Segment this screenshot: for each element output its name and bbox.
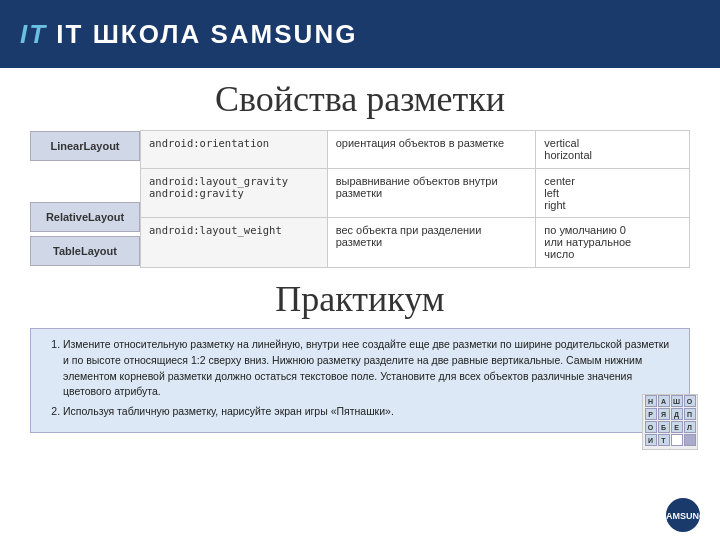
practice-item-1: Измените относительную разметку на линей… <box>63 337 675 400</box>
sidebar-item-tablelayout[interactable]: TableLayout <box>30 236 140 266</box>
properties-table: android:orientation ориентация объектов … <box>140 130 690 268</box>
main-content: Свойства разметки LinearLayout RelativeL… <box>0 68 720 540</box>
puzzle-grid: Н А Ш О Р Я Д П О Б Е Л И Т <box>645 395 696 446</box>
puzzle-cell: О <box>645 421 657 433</box>
practice-list: Измените относительную разметку на линей… <box>45 337 675 420</box>
samsung-logo-icon: SAMSUNG <box>666 498 700 532</box>
values-gravity: centerleftright <box>536 168 690 218</box>
table-row: android:layout_gravityandroid:gravity вы… <box>141 168 690 218</box>
header: IT IT ШКОЛА SAMSUNG <box>0 0 720 68</box>
puzzle-cell: О <box>684 395 696 407</box>
puzzle-cell: А <box>658 395 670 407</box>
figure-icon <box>660 448 680 449</box>
svg-text:SAMSUNG: SAMSUNG <box>666 511 700 521</box>
brand-text: IT ШКОЛА SAMSUNG <box>56 19 357 49</box>
desc-orientation: ориентация объектов в разметке <box>327 131 536 169</box>
content-layout: LinearLayout RelativeLayout TableLayout … <box>30 130 690 268</box>
puzzle-cell <box>671 434 683 446</box>
table-row: android:layout_weight вес объекта при ра… <box>141 218 690 268</box>
brand-it: IT <box>20 19 47 49</box>
samsung-logo: SAMSUNG <box>666 498 700 532</box>
puzzle-icon: Н А Ш О Р Я Д П О Б Е Л И Т <box>642 394 698 450</box>
page-title: Свойства разметки <box>30 78 690 120</box>
puzzle-cell: Л <box>684 421 696 433</box>
attr-gravity: android:layout_gravityandroid:gravity <box>141 168 328 218</box>
puzzle-cell: И <box>645 434 657 446</box>
puzzle-cell: Р <box>645 408 657 420</box>
values-orientation: verticalhorizontal <box>536 131 690 169</box>
puzzle-cell: Т <box>658 434 670 446</box>
desc-gravity: выравнивание объектов внутри разметки <box>327 168 536 218</box>
sidebar-item-relativelayout[interactable]: RelativeLayout <box>30 202 140 232</box>
values-weight: по умолчанию 0или натуральноечисло <box>536 218 690 268</box>
puzzle-cell <box>684 434 696 446</box>
puzzle-cell: Н <box>645 395 657 407</box>
section2-title: Практикум <box>30 278 690 320</box>
brand-title: IT IT ШКОЛА SAMSUNG <box>20 19 357 50</box>
puzzle-cell: Е <box>671 421 683 433</box>
practice-item-2: Используя табличную разметку, нарисуйте … <box>63 404 675 420</box>
layout-sidebar: LinearLayout RelativeLayout TableLayout <box>30 130 140 268</box>
desc-weight: вес объекта при разделении разметки <box>327 218 536 268</box>
puzzle-cell: Ш <box>671 395 683 407</box>
table-row: android:orientation ориентация объектов … <box>141 131 690 169</box>
puzzle-cell: Б <box>658 421 670 433</box>
practice-area: Измените относительную разметку на линей… <box>30 328 690 433</box>
attr-weight: android:layout_weight <box>141 218 328 268</box>
puzzle-cell: П <box>684 408 696 420</box>
sidebar-item-linearlayout[interactable]: LinearLayout <box>30 131 140 161</box>
puzzle-cell: Д <box>671 408 683 420</box>
puzzle-cell: Я <box>658 408 670 420</box>
attr-orientation: android:orientation <box>141 131 328 169</box>
